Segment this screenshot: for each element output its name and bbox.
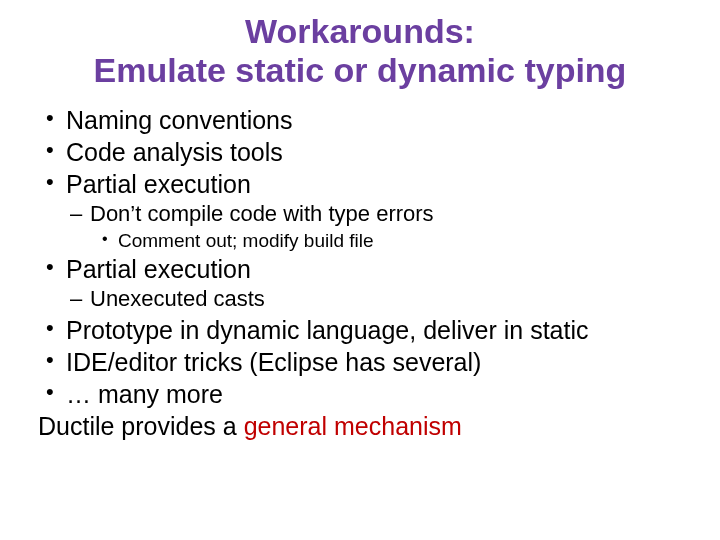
bullet-dont-compile: Don’t compile code with type errors xyxy=(32,200,688,229)
closing-pre: Ductile provides a xyxy=(38,412,244,440)
subsublist: Comment out; modify build file xyxy=(32,229,688,254)
sublist-2: Unexecuted casts xyxy=(32,285,688,314)
bullet-unexecuted-casts: Unexecuted casts xyxy=(32,285,688,314)
bullet-ide-tricks: IDE/editor tricks (Eclipse has several) xyxy=(32,346,688,378)
slide: Workarounds: Emulate static or dynamic t… xyxy=(0,0,720,540)
sublist: Don’t compile code with type errors xyxy=(32,200,688,229)
content-list-2: Partial execution xyxy=(32,253,688,285)
bullet-comment-out: Comment out; modify build file xyxy=(32,229,688,254)
content-list-3: Prototype in dynamic language, deliver i… xyxy=(32,314,688,410)
title-line-2: Emulate static or dynamic typing xyxy=(94,51,627,89)
bullet-prototype: Prototype in dynamic language, deliver i… xyxy=(32,314,688,346)
closing-line: Ductile provides a general mechanism xyxy=(32,410,688,443)
bullet-naming-conventions: Naming conventions xyxy=(32,104,688,136)
bullet-code-analysis: Code analysis tools xyxy=(32,136,688,168)
bullet-partial-execution-2: Partial execution xyxy=(32,253,688,285)
closing-highlight: general mechanism xyxy=(244,412,462,440)
bullet-partial-execution-1: Partial execution xyxy=(32,168,688,200)
content-list: Naming conventions Code analysis tools P… xyxy=(32,104,688,200)
slide-title: Workarounds: Emulate static or dynamic t… xyxy=(32,12,688,90)
bullet-many-more: … many more xyxy=(32,378,688,410)
title-line-1: Workarounds: xyxy=(245,12,475,50)
